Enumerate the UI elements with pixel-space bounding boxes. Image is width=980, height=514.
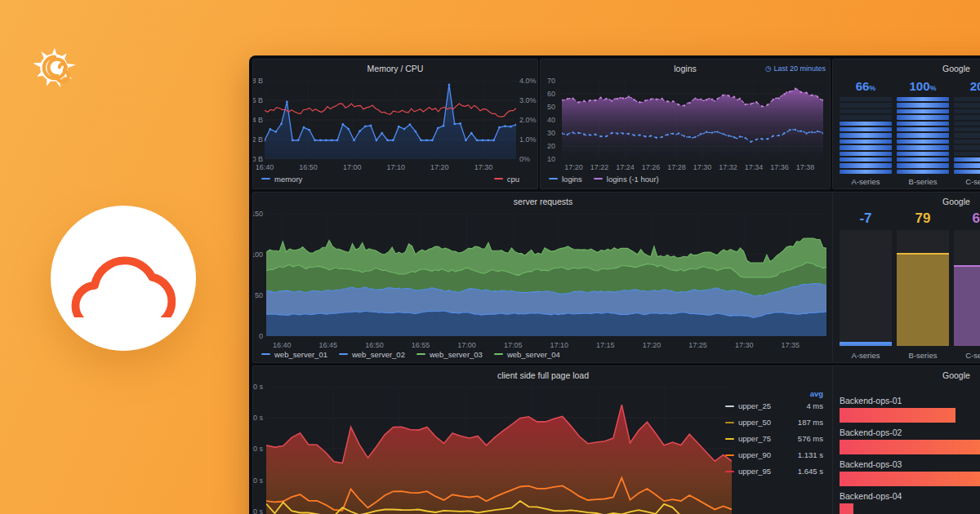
axis-tick-label: 16:50 [299,163,318,171]
panel-legend: loginslogins (-1 hour) [549,172,670,184]
gauge-cell [897,152,949,156]
legend-value: 1.645 s [798,467,823,476]
axis-tick-label: 70 [547,77,555,85]
axis-tick-label: 40 [547,116,555,124]
gauge-cell [897,133,949,137]
gauge-cell [840,170,892,174]
gauge-cell [840,163,892,167]
gauge-cell [897,122,949,126]
bar-category-label: C-series [954,351,980,360]
legend-item[interactable]: cpu [494,175,519,184]
legend-label: upper_90 [738,450,798,459]
panel-title[interactable]: Memory / CPU [253,60,537,78]
memory-cpu-chart[interactable] [265,81,516,159]
legend-item[interactable]: web_server_02 [339,350,405,359]
panel-legend: memory [261,172,314,184]
legend-label: upper_95 [738,467,798,476]
legend-label: logins (-1 hour) [607,175,659,184]
legend-item[interactable]: web_server_01 [261,350,327,359]
axis-tick-label: 20 [547,142,555,150]
legend-label: upper_75 [738,434,798,443]
gauge-cell-column[interactable] [897,97,949,175]
legend-value: 187 ms [798,418,823,427]
bar-track[interactable] [840,230,892,346]
axis-tick-label: 50 [252,291,263,299]
axis-tick-label: 17:30 [735,341,754,349]
panel-google-hbars: Google Backend-ops-01Backend-ops-02Backe… [832,366,980,514]
axis-tick-label: 3.0% [519,96,537,104]
hbar-label: Backend-ops-03 [840,459,902,469]
axis-tick-label: 150 [252,210,263,218]
client-load-chart[interactable] [266,387,732,514]
gauge-value: 66% [840,79,892,93]
legend-item[interactable]: upper_75576 ms [725,434,823,443]
bar-track[interactable] [954,230,980,346]
legend-item[interactable]: upper_951.645 s [725,467,823,476]
gauge-cell [954,109,980,113]
legend-value: 1.131 s [798,450,823,459]
hbar-fill[interactable] [840,440,980,454]
gauge-cell [840,103,892,107]
legend-label: web_server_04 [507,350,560,359]
client-load-legend: avgupper_254 msupper_50187 msupper_75576… [725,389,823,483]
axis-tick-label: 17:20 [643,341,662,349]
legend-label: cpu [507,175,519,184]
gauge-cell [840,97,892,101]
axis-tick-label: 17:24 [616,163,635,171]
axis-tick-label: 17:15 [596,341,615,349]
bar-category-label: B-series [897,351,949,360]
legend-item[interactable]: upper_254 ms [725,401,823,410]
legend-item[interactable]: memory [261,175,302,184]
axis-tick-label: 17:20 [564,163,583,171]
gauge-cell-column[interactable] [954,97,980,175]
axis-tick-label: 0 B [252,155,263,163]
axis-tick-label: 4.0 s [252,383,263,391]
panel-legend: cpu [494,172,531,184]
gauge-cell [954,103,980,107]
cloud-icon [71,239,176,317]
gauge-cell-column[interactable] [840,97,892,175]
hbar-fill[interactable] [840,408,956,423]
axis-tick-label: 1.0% [519,135,537,144]
legend-item[interactable]: upper_901.131 s [725,450,823,459]
axis-tick-label: 17:30 [693,163,712,171]
legend-swatch [725,438,734,440]
gauge-category-label: A-series [840,177,892,186]
hbar-label: Backend-ops-01 [840,396,902,405]
gauge-cell [954,97,980,101]
grafana-dashboard: Memory / CPU 8 B6 B4 B2 B0 B4.0%3.0%2.0%… [249,55,980,514]
legend-label: web_server_02 [352,350,405,359]
page: { "branding": { "grafana_logo": "grafana… [0,0,980,514]
axis-tick-label: 0% [519,155,530,163]
server-requests-chart[interactable] [266,214,826,336]
legend-swatch [261,353,270,355]
legend-item[interactable]: logins [549,175,582,184]
bar-fill [840,342,892,346]
gauge-cell [897,145,949,149]
panel-title[interactable]: Google [833,193,980,210]
legend-item[interactable]: upper_50187 ms [725,418,823,427]
axis-tick-label: 17:20 [430,163,449,171]
gauge-cell [897,109,949,113]
panel-title[interactable]: Google [833,60,980,78]
legend-label: web_server_03 [430,350,483,359]
legend-item[interactable]: web_server_03 [416,350,483,359]
gauge-cell [897,115,949,119]
hbar-fill[interactable] [840,503,853,514]
logins-chart[interactable] [562,81,823,159]
gauge-cell [840,127,892,131]
legend-header-avg[interactable]: avg [725,389,823,398]
axis-tick-label: 8 B [252,77,263,85]
axis-tick-label: 4.0% [519,77,537,85]
bar-track[interactable] [897,230,949,346]
legend-item[interactable]: web_server_04 [494,350,560,359]
panel-title[interactable]: client side full page load [253,366,833,384]
legend-item[interactable]: logins (-1 hour) [594,175,659,184]
hbar-fill[interactable] [840,472,980,486]
gauge-cell [897,170,949,174]
panel-title[interactable]: server requests [253,193,833,210]
axis-tick-label: 17:35 [781,341,800,349]
legend-label: web_server_01 [274,350,327,359]
time-range-label[interactable]: ◷ Last 20 minutes [765,63,826,74]
panel-title[interactable]: Google [833,366,980,384]
